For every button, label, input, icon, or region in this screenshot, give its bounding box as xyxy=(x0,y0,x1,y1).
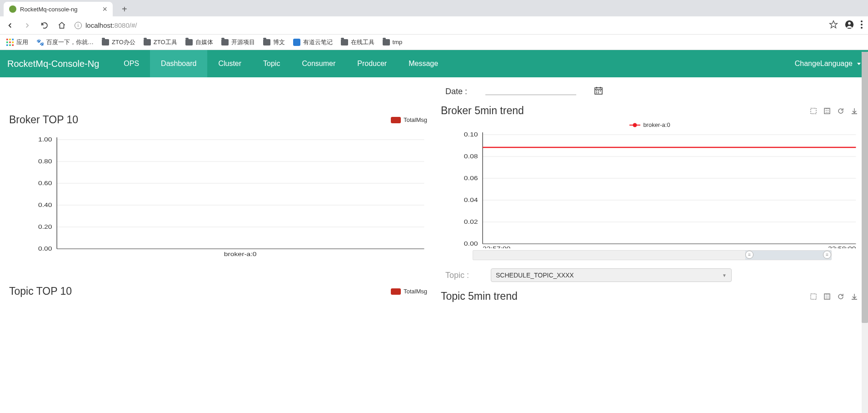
folder-icon xyxy=(102,39,109,45)
ytick: 0.00 xyxy=(464,241,478,247)
scrollbar[interactable] xyxy=(862,52,868,316)
ytick: 1.00 xyxy=(38,136,52,143)
download-icon[interactable] xyxy=(850,292,859,301)
broker-top10-chart: 1.00 0.80 0.60 0.40 0.20 0.00 broker-a:0 xyxy=(9,131,427,258)
topic-filter-row: Topic : SCHEDULE_TOPIC_XXXX ▼ xyxy=(441,268,859,282)
star-icon[interactable] xyxy=(829,20,838,31)
bookmark-zto-office[interactable]: ZTO办公 xyxy=(102,38,135,46)
trend-legend[interactable]: broker-a:0 xyxy=(441,121,859,128)
kebab-menu-icon[interactable] xyxy=(861,20,863,30)
forward-button[interactable] xyxy=(23,21,32,30)
topic-label: Topic : xyxy=(445,271,473,280)
folder-icon xyxy=(185,39,193,45)
refresh-icon[interactable] xyxy=(836,106,845,116)
zoom-reset-icon[interactable] xyxy=(823,292,832,301)
svg-point-2 xyxy=(861,20,863,22)
ytick: 0.06 xyxy=(464,175,478,181)
panel-title: Broker 5min trend xyxy=(441,105,524,117)
nav-message[interactable]: Message xyxy=(398,50,449,77)
youdao-icon xyxy=(293,39,300,46)
ytick: 0.10 xyxy=(464,131,478,138)
xtick: 22:57:00 xyxy=(483,246,511,248)
calendar-icon[interactable] xyxy=(594,86,603,96)
bookmark-baidu[interactable]: 🐾百度一下，你就… xyxy=(36,38,94,46)
bookmark-online-tools[interactable]: 在线工具 xyxy=(341,38,374,46)
download-icon[interactable] xyxy=(850,106,859,116)
time-range-slider[interactable]: = = xyxy=(473,250,832,260)
svg-rect-7 xyxy=(12,39,14,40)
ytick: 0.40 xyxy=(38,202,52,208)
svg-rect-5 xyxy=(6,39,8,40)
change-language-dropdown[interactable]: ChangeLanguage xyxy=(795,60,861,68)
nav-consumer[interactable]: Consumer xyxy=(291,50,346,77)
ytick: 0.08 xyxy=(464,153,478,160)
ytick: 0.20 xyxy=(38,224,52,230)
svg-rect-8 xyxy=(6,41,8,43)
slider-handle-right[interactable]: = xyxy=(823,251,831,259)
tab-title: RocketMq-console-ng xyxy=(20,6,99,13)
svg-rect-29 xyxy=(598,92,599,93)
topic-top10-panel: Topic TOP 10 TotalMsg xyxy=(9,285,427,297)
reload-button[interactable] xyxy=(40,21,49,30)
folder-icon xyxy=(341,39,348,45)
new-tab-button[interactable]: + xyxy=(118,2,131,16)
legend-label: TotalMsg xyxy=(404,288,427,295)
ytick: 0.02 xyxy=(464,219,478,225)
nav-producer[interactable]: Producer xyxy=(346,50,398,77)
user-icon[interactable] xyxy=(844,20,854,31)
back-button[interactable] xyxy=(5,21,15,30)
zoom-area-icon[interactable] xyxy=(809,292,818,301)
app-brand[interactable]: RocketMq-Console-Ng xyxy=(7,59,99,69)
baidu-icon: 🐾 xyxy=(36,39,44,46)
close-icon[interactable]: × xyxy=(102,5,107,14)
panel-title: Broker TOP 10 xyxy=(9,114,78,126)
nav-cluster[interactable]: Cluster xyxy=(207,50,252,77)
xtick: 22:58:00 xyxy=(828,246,856,248)
nav-topic[interactable]: Topic xyxy=(252,50,291,77)
nav-dashboard[interactable]: Dashboard xyxy=(150,50,207,77)
panel-title: Topic 5min trend xyxy=(441,290,518,302)
svg-rect-40 xyxy=(824,294,830,299)
app-navbar: RocketMq-Console-Ng OPS Dashboard Cluste… xyxy=(0,50,868,77)
panel-title: Topic TOP 10 xyxy=(9,285,72,297)
svg-rect-6 xyxy=(9,39,11,40)
legend-label: TotalMsg xyxy=(404,116,427,123)
topic-trend-panel: Topic 5min trend xyxy=(441,290,859,302)
browser-tab[interactable]: RocketMq-console-ng × xyxy=(4,2,113,16)
scrollbar-thumb[interactable] xyxy=(862,52,868,316)
address-bar[interactable]: i localhost:8080/#/ xyxy=(75,21,821,29)
ytick: 0.00 xyxy=(38,246,52,252)
browser-toolbar: i localhost:8080/#/ xyxy=(0,16,868,35)
folder-icon xyxy=(144,39,151,45)
home-button[interactable] xyxy=(57,21,66,30)
tab-favicon xyxy=(9,5,16,13)
nav-ops[interactable]: OPS xyxy=(113,50,150,77)
broker-trend-chart: 0.10 0.08 0.06 0.04 0.02 0.00 22:57:00 2… xyxy=(441,130,859,248)
bookmark-opensource[interactable]: 开源项目 xyxy=(221,38,255,46)
folder-icon xyxy=(383,39,390,45)
folder-icon xyxy=(263,39,270,45)
svg-rect-27 xyxy=(600,91,601,91)
date-input[interactable] xyxy=(485,88,576,95)
slider-handle-left[interactable]: = xyxy=(745,251,753,259)
refresh-icon[interactable] xyxy=(836,292,845,301)
bookmark-blog[interactable]: 博文 xyxy=(263,38,285,46)
zoom-reset-icon[interactable] xyxy=(823,106,832,116)
bookmark-tmp[interactable]: tmp xyxy=(383,39,403,45)
bookmark-youdao[interactable]: 有道云笔记 xyxy=(293,38,333,46)
chevron-down-icon: ▼ xyxy=(722,273,727,278)
svg-point-3 xyxy=(861,24,863,25)
broker-trend-panel: Broker 5min trend broker-a:0 xyxy=(441,105,859,260)
bookmark-apps[interactable]: 应用 xyxy=(6,38,28,46)
info-icon[interactable]: i xyxy=(75,22,82,29)
svg-rect-25 xyxy=(596,91,597,91)
svg-point-4 xyxy=(861,27,863,29)
topic-select[interactable]: SCHEDULE_TOPIC_XXXX ▼ xyxy=(491,268,732,282)
legend-swatch xyxy=(391,117,401,123)
bookmark-zto-tools[interactable]: ZTO工具 xyxy=(144,38,177,46)
zoom-area-icon[interactable] xyxy=(809,106,818,116)
legend-swatch xyxy=(391,288,401,295)
folder-icon xyxy=(221,39,229,45)
caret-down-icon xyxy=(857,63,861,65)
bookmark-selfmedia[interactable]: 自媒体 xyxy=(185,38,213,46)
